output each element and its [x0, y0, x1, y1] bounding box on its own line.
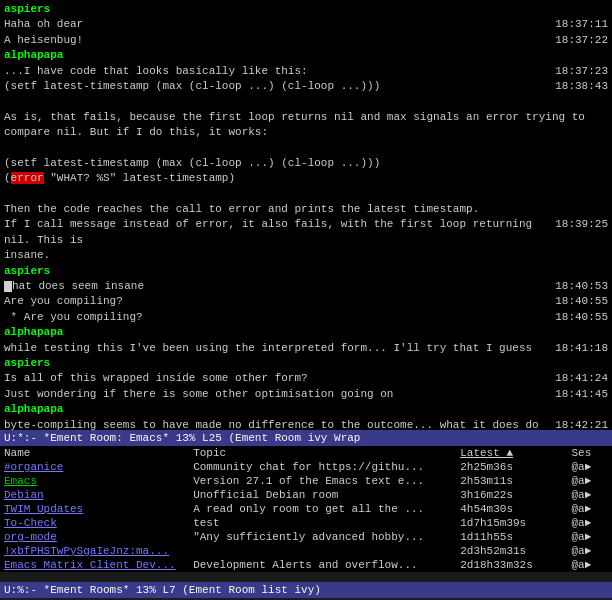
- room-session-cell: @a►: [567, 502, 612, 516]
- room-latest-cell: 2d18h33m32s: [456, 558, 567, 572]
- chat-line: * Are you compiling? 18:40:55: [4, 310, 608, 325]
- main-container: aspiers Haha oh dear 18:37:11 A heisenbu…: [0, 0, 612, 598]
- room-link[interactable]: Emacs Matrix Client Dev...: [4, 559, 176, 571]
- room-session-cell: @a►: [567, 530, 612, 544]
- chat-line: aspiers: [4, 356, 608, 371]
- room-latest-cell: 3h16m22s: [456, 488, 567, 502]
- chat-line: As is, that fails, because the first loo…: [4, 110, 608, 125]
- col-topic: Topic: [189, 446, 456, 460]
- room-link[interactable]: #organice: [4, 461, 63, 473]
- room-list-table-container: Name Topic Latest ▲ Ses #organice Commun…: [0, 446, 612, 572]
- room-link[interactable]: org-mode: [4, 531, 57, 543]
- chat-line: If I call message instead of error, it a…: [4, 217, 608, 248]
- room-latest-cell: 1d11h55s: [456, 530, 567, 544]
- table-row: Debian Unofficial Debian room 3h16m22s @…: [0, 488, 612, 502]
- room-name-cell: To-Check: [0, 516, 189, 530]
- table-row: org-mode "Any sufficiently advanced hobb…: [0, 530, 612, 544]
- chat-line: aspiers: [4, 264, 608, 279]
- col-latest: Latest ▲: [456, 446, 567, 460]
- room-topic-cell: "Any sufficiently advanced hobby...: [189, 530, 456, 544]
- room-latest-cell: 2h53m11s: [456, 474, 567, 488]
- chat-line: alphapapa: [4, 48, 608, 63]
- modeline-room-list-text: U:%:- *Ement Rooms* 13% L7 (Ement Room l…: [4, 584, 321, 596]
- room-name-cell: #organice: [0, 460, 189, 474]
- room-topic-cell: Version 27.1 of the Emacs text e...: [189, 474, 456, 488]
- chat-line: [4, 187, 608, 202]
- room-session-cell: @a►: [567, 544, 612, 558]
- room-name-cell: org-mode: [0, 530, 189, 544]
- room-name-cell: Emacs Matrix Client Dev...: [0, 558, 189, 572]
- modeline-chat: U:*:- *Ement Room: Emacs* 13% L25 (Ement…: [0, 430, 612, 446]
- chat-line: alphapapa: [4, 325, 608, 340]
- table-row: Emacs Version 27.1 of the Emacs text e..…: [0, 474, 612, 488]
- room-link[interactable]: TWIM Updates: [4, 503, 83, 515]
- chat-line: compare nil. But if I do this, it works:: [4, 125, 608, 140]
- chat-line: byte-compiling seems to have made no dif…: [4, 418, 608, 430]
- col-session: Ses: [567, 446, 612, 460]
- table-header-row: Name Topic Latest ▲ Ses: [0, 446, 612, 460]
- room-name-cell: Debian: [0, 488, 189, 502]
- table-row: #organice Community chat for https://git…: [0, 460, 612, 474]
- table-row: TWIM Updates A read only room to get all…: [0, 502, 612, 516]
- room-topic-cell: Development Alerts and overflow...: [189, 558, 456, 572]
- room-topic-cell: Community chat for https://githu...: [189, 460, 456, 474]
- chat-line: (setf latest-timestamp (max (cl-loop ...…: [4, 79, 608, 94]
- modeline-chat-text: U:*:- *Ement Room: Emacs* 13% L25 (Ement…: [4, 432, 360, 444]
- room-latest-cell: 2h25m36s: [456, 460, 567, 474]
- room-link[interactable]: To-Check: [4, 517, 57, 529]
- error-highlight: error: [11, 172, 44, 184]
- chat-line: [4, 94, 608, 109]
- chat-line: alphapapa: [4, 402, 608, 417]
- room-name-cell: !xbfPHSTwPySgaIeJnz:ma...: [0, 544, 189, 558]
- room-latest-cell: 1d7h15m39s: [456, 516, 567, 530]
- chat-line: A heisenbug! 18:37:22: [4, 33, 608, 48]
- username-aspiers: aspiers: [4, 3, 50, 15]
- username-alphapapa2: alphapapa: [4, 326, 63, 338]
- chat-line: insane.: [4, 248, 608, 263]
- room-link[interactable]: Debian: [4, 489, 44, 501]
- chat-line: ...I have code that looks basically like…: [4, 64, 608, 79]
- room-session-cell: @a►: [567, 558, 612, 572]
- chat-line: Haha oh dear 18:37:11: [4, 17, 608, 32]
- chat-line: Then the code reaches the call to error …: [4, 202, 608, 217]
- username-alphapapa3: alphapapa: [4, 403, 63, 415]
- table-row: To-Check test 1d7h15m39s @a►: [0, 516, 612, 530]
- room-topic-cell: A read only room to get all the ...: [189, 502, 456, 516]
- table-row: Emacs Matrix Client Dev... Development A…: [0, 558, 612, 572]
- username-aspiers2: aspiers: [4, 265, 50, 277]
- room-topic-cell: [189, 544, 456, 558]
- room-latest-cell: 2d3h52m31s: [456, 544, 567, 558]
- room-session-cell: @a►: [567, 516, 612, 530]
- room-topic-cell: test: [189, 516, 456, 530]
- room-name-cell: Emacs: [0, 474, 189, 488]
- chat-line: (error "WHAT? %S" latest-timestamp): [4, 171, 608, 186]
- room-session-cell: @a►: [567, 488, 612, 502]
- chat-line: hat does seem insane 18:40:53: [4, 279, 608, 294]
- room-name-cell: TWIM Updates: [0, 502, 189, 516]
- room-list-table: Name Topic Latest ▲ Ses #organice Commun…: [0, 446, 612, 572]
- chat-line: [4, 141, 608, 156]
- username-aspiers3: aspiers: [4, 357, 50, 369]
- room-session-cell: @a►: [567, 474, 612, 488]
- chat-line: while testing this I've been using the i…: [4, 341, 608, 356]
- room-topic-cell: Unofficial Debian room: [189, 488, 456, 502]
- chat-line: aspiers: [4, 2, 608, 17]
- chat-line: (setf latest-timestamp (max (cl-loop ...…: [4, 156, 608, 171]
- chat-line: Is all of this wrapped inside some other…: [4, 371, 608, 386]
- room-latest-cell: 4h54m30s: [456, 502, 567, 516]
- room-session-cell: @a►: [567, 460, 612, 474]
- chat-pane: aspiers Haha oh dear 18:37:11 A heisenbu…: [0, 0, 612, 430]
- chat-line: Just wondering if there is some other op…: [4, 387, 608, 402]
- modeline-room-list: U:%:- *Ement Rooms* 13% L7 (Ement Room l…: [0, 582, 612, 598]
- table-row: !xbfPHSTwPySgaIeJnz:ma... 2d3h52m31s @a►: [0, 544, 612, 558]
- col-name: Name: [0, 446, 189, 460]
- room-link[interactable]: Emacs: [4, 475, 37, 487]
- room-list-pane: Name Topic Latest ▲ Ses #organice Commun…: [0, 446, 612, 582]
- room-link[interactable]: !xbfPHSTwPySgaIeJnz:ma...: [4, 545, 169, 557]
- chat-line: Are you compiling? 18:40:55: [4, 294, 608, 309]
- username-alphapapa: alphapapa: [4, 49, 63, 61]
- text-cursor: [4, 281, 12, 292]
